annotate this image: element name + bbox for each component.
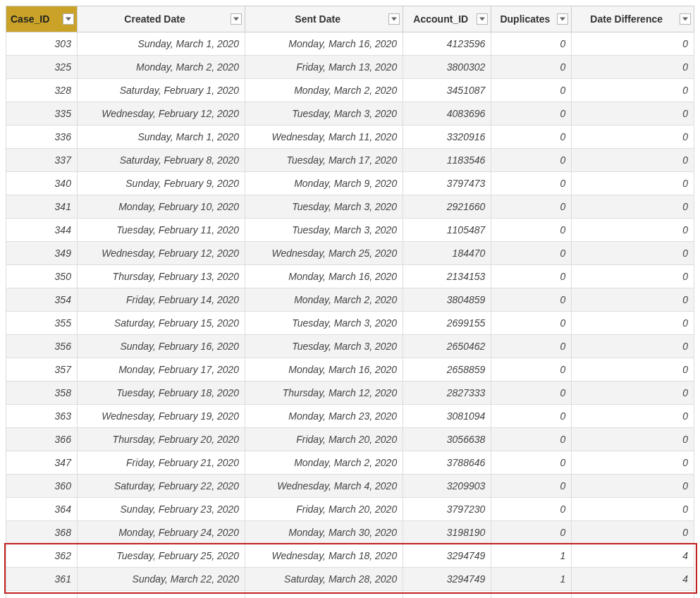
table-row[interactable]: 362Tuesday, February 25, 2020Wednesday, … — [6, 544, 694, 568]
cell-dup[interactable]: 0 — [491, 312, 572, 335]
cell-dup[interactable]: 0 — [491, 219, 572, 242]
cell-created[interactable]: Thursday, February 13, 2020 — [77, 265, 245, 288]
column-header-created[interactable]: Created Date — [77, 6, 245, 32]
cell-case_id[interactable]: 303 — [6, 32, 78, 56]
cell-dup[interactable]: 1 — [491, 591, 572, 599]
cell-created[interactable]: Saturday, February 22, 2020 — [77, 475, 245, 498]
table-row[interactable]: 366Thursday, February 20, 2020Friday, Ma… — [6, 428, 694, 451]
cell-created[interactable]: Saturday, February 1, 2020 — [77, 79, 245, 102]
cell-diff[interactable]: 0 — [572, 475, 694, 498]
cell-dup[interactable]: 0 — [491, 451, 572, 475]
cell-account[interactable]: 1183546 — [403, 149, 491, 172]
column-header-account[interactable]: Account_ID — [403, 6, 491, 32]
cell-dup[interactable]: 0 — [491, 172, 572, 195]
filter-dropdown-icon[interactable] — [680, 13, 691, 25]
cell-sent[interactable]: Monday, March 30, 2020 — [245, 521, 403, 544]
table-row[interactable]: 364Sunday, February 23, 2020Friday, Marc… — [6, 498, 694, 521]
cell-diff[interactable]: 4 — [572, 544, 694, 568]
cell-created[interactable]: Friday, February 21, 2020 — [77, 451, 245, 475]
cell-case_id[interactable]: 362 — [6, 544, 78, 568]
cell-dup[interactable]: 0 — [491, 358, 572, 382]
cell-created[interactable]: Monday, February 17, 2020 — [77, 358, 245, 382]
cell-account[interactable]: 2650462 — [403, 335, 491, 358]
cell-dup[interactable]: 0 — [491, 475, 572, 498]
table-row[interactable]: 363Wednesday, February 19, 2020Monday, M… — [6, 405, 694, 428]
cell-case_id[interactable]: 368 — [6, 521, 78, 544]
cell-diff[interactable]: 0 — [572, 219, 694, 242]
cell-account[interactable]: 3294749 — [403, 544, 491, 568]
cell-sent[interactable]: Wednesday, March 4, 2020 — [245, 475, 403, 498]
cell-case_id[interactable]: 363 — [6, 405, 78, 428]
table-row[interactable]: 341Monday, February 10, 2020Tuesday, Mar… — [6, 195, 694, 219]
cell-account[interactable]: 2827333 — [403, 382, 491, 405]
cell-dup[interactable]: 0 — [491, 32, 572, 56]
cell-account[interactable]: 2699155 — [403, 312, 491, 335]
cell-created[interactable]: Sunday, February 23, 2020 — [77, 498, 245, 521]
cell-sent[interactable]: Tuesday, March 3, 2020 — [245, 312, 403, 335]
cell-sent[interactable]: Monday, March 16, 2020 — [245, 265, 403, 288]
cell-case_id[interactable]: 341 — [6, 195, 78, 219]
cell-diff[interactable]: 0 — [572, 102, 694, 126]
cell-sent[interactable]: Tuesday, March 3, 2020 — [245, 102, 403, 126]
table-row[interactable]: 325Monday, March 2, 2020Friday, March 13… — [6, 56, 694, 79]
cell-created[interactable]: Sunday, March 1, 2020 — [77, 126, 245, 149]
cell-case_id[interactable]: 336 — [6, 126, 78, 149]
table-row[interactable]: 368Monday, February 24, 2020Monday, Marc… — [6, 521, 694, 544]
cell-diff[interactable]: 0 — [572, 149, 694, 172]
cell-sent[interactable]: Monday, March 2, 2020 — [245, 288, 403, 312]
cell-sent[interactable]: Wednesday, March 25, 2020 — [245, 242, 403, 265]
filter-dropdown-icon[interactable] — [63, 13, 74, 25]
cell-created[interactable]: Sunday, March 22, 2020 — [77, 568, 245, 591]
table-row[interactable]: 344Tuesday, February 11, 2020Tuesday, Ma… — [6, 219, 694, 242]
cell-created[interactable]: Monday, February 24, 2020 — [77, 521, 245, 544]
table-row[interactable]: 340Sunday, February 9, 2020Monday, March… — [6, 172, 694, 195]
cell-account[interactable]: 4083696 — [403, 102, 491, 126]
cell-case_id[interactable]: 358 — [6, 382, 78, 405]
table-row[interactable]: 367Thursday, February 27, 2020Thursday, … — [6, 591, 694, 599]
cell-account[interactable]: 3800302 — [403, 56, 491, 79]
table-row[interactable]: 336Sunday, March 1, 2020Wednesday, March… — [6, 126, 694, 149]
cell-case_id[interactable]: 347 — [6, 451, 78, 475]
cell-case_id[interactable]: 364 — [6, 498, 78, 521]
cell-diff[interactable]: 0 — [572, 358, 694, 382]
cell-dup[interactable]: 0 — [491, 428, 572, 451]
cell-diff[interactable]: 0 — [572, 451, 694, 475]
cell-created[interactable]: Wednesday, February 19, 2020 — [77, 405, 245, 428]
cell-dup[interactable]: 0 — [491, 102, 572, 126]
cell-dup[interactable]: 0 — [491, 405, 572, 428]
table-row[interactable]: 356Sunday, February 16, 2020Tuesday, Mar… — [6, 335, 694, 358]
cell-account[interactable]: 2658859 — [403, 358, 491, 382]
table-row[interactable]: 354Friday, February 14, 2020Monday, Marc… — [6, 288, 694, 312]
cell-dup[interactable]: 0 — [491, 79, 572, 102]
cell-case_id[interactable]: 349 — [6, 242, 78, 265]
cell-diff[interactable]: 4 — [572, 568, 694, 591]
cell-diff[interactable]: 0 — [572, 265, 694, 288]
cell-account[interactable]: 4123596 — [403, 32, 491, 56]
cell-dup[interactable]: 0 — [491, 149, 572, 172]
cell-diff[interactable]: 0 — [572, 126, 694, 149]
cell-sent[interactable]: Thursday, March 19, 2020 — [245, 591, 403, 599]
table-row[interactable]: 355Saturday, February 15, 2020Tuesday, M… — [6, 312, 694, 335]
cell-sent[interactable]: Monday, March 2, 2020 — [245, 451, 403, 475]
cell-diff[interactable]: 0 — [572, 195, 694, 219]
table-row[interactable]: 349Wednesday, February 12, 2020Wednesday… — [6, 242, 694, 265]
column-header-diff[interactable]: Date Difference — [572, 6, 694, 32]
cell-sent[interactable]: Monday, March 16, 2020 — [245, 358, 403, 382]
cell-created[interactable]: Tuesday, February 25, 2020 — [77, 544, 245, 568]
filter-dropdown-icon[interactable] — [231, 13, 242, 25]
cell-diff[interactable]: 0 — [572, 312, 694, 335]
cell-sent[interactable]: Friday, March 20, 2020 — [245, 498, 403, 521]
cell-account[interactable]: 3148921 — [403, 591, 491, 599]
cell-account[interactable]: 3056638 — [403, 428, 491, 451]
cell-sent[interactable]: Monday, March 9, 2020 — [245, 172, 403, 195]
cell-account[interactable]: 3294749 — [403, 568, 491, 591]
cell-case_id[interactable]: 355 — [6, 312, 78, 335]
cell-account[interactable]: 1105487 — [403, 219, 491, 242]
cell-case_id[interactable]: 328 — [6, 79, 78, 102]
cell-dup[interactable]: 0 — [491, 382, 572, 405]
table-row[interactable]: 358Tuesday, February 18, 2020Thursday, M… — [6, 382, 694, 405]
cell-created[interactable]: Saturday, February 8, 2020 — [77, 149, 245, 172]
cell-case_id[interactable]: 354 — [6, 288, 78, 312]
cell-diff[interactable]: 0 — [572, 498, 694, 521]
cell-created[interactable]: Wednesday, February 12, 2020 — [77, 242, 245, 265]
